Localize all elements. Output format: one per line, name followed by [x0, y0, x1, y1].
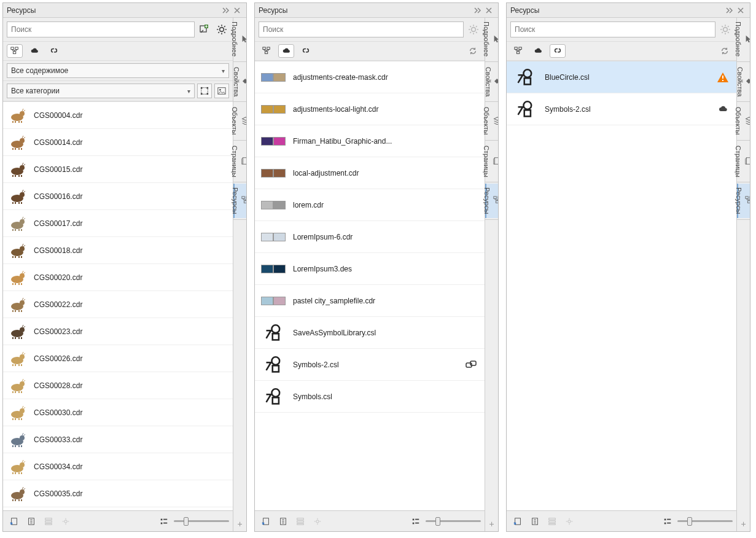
open-button[interactable] [528, 514, 542, 529]
resources-panel: Ресурсы B [506, 2, 750, 532]
asset-item[interactable]: adjustments-local-light.cdr [255, 93, 485, 125]
asset-item[interactable]: Symbols-2.csl [507, 93, 736, 125]
source-local-button[interactable] [510, 44, 526, 58]
refresh-button[interactable] [465, 44, 481, 58]
asset-thumbnail [8, 214, 28, 233]
bounding-box-toggle[interactable] [197, 84, 212, 98]
add-docker-button[interactable]: + [485, 517, 498, 531]
rail-tab-objects[interactable]: Объекты [737, 103, 750, 138]
rail-tab-assets[interactable]: Ресурсы [485, 184, 498, 217]
asset-item[interactable]: local-adjustment.cdr [255, 157, 485, 189]
import-button[interactable] [7, 514, 21, 529]
asset-item[interactable]: Symbols.csl [255, 381, 485, 413]
source-cloud-button[interactable] [26, 44, 42, 58]
asset-list[interactable]: adjustments-create-mask.cdr adjustments-… [255, 61, 485, 510]
asset-item[interactable]: LoremIpsum-6.cdr [255, 221, 485, 253]
add-docker-button[interactable]: + [233, 517, 246, 531]
category-filter-select[interactable]: Все категории [7, 84, 195, 98]
asset-list[interactable]: CGS00004.cdr CGS00014.cdr CGS00015.cdr [3, 101, 233, 510]
asset-item[interactable]: pastel city_samplefile.cdr [255, 285, 485, 317]
asset-item[interactable]: CGS00014.cdr [3, 129, 233, 156]
rail-tab-assets[interactable]: Ресурсы [737, 184, 750, 217]
asset-item[interactable]: CGS00015.cdr [3, 156, 233, 183]
list-view-toggle[interactable] [408, 514, 423, 529]
asset-item[interactable]: CGS00017.cdr [3, 210, 233, 237]
asset-item[interactable]: CGS00016.cdr [3, 183, 233, 210]
asset-item[interactable]: LoremIpsum3.des [255, 253, 485, 285]
close-icon[interactable] [735, 5, 746, 16]
asset-item[interactable]: CGS00023.cdr [3, 318, 233, 345]
rail-tab-pages[interactable]: Страницы [737, 142, 750, 181]
image-preview-toggle[interactable] [214, 84, 229, 98]
list-view-toggle[interactable] [157, 514, 171, 529]
import-button[interactable] [510, 514, 525, 529]
asset-item[interactable]: CGS00034.cdr [3, 453, 233, 480]
source-local-button[interactable] [7, 44, 23, 58]
thumbnail-zoom-slider[interactable] [677, 520, 733, 522]
properties-button[interactable] [293, 514, 308, 529]
asset-item[interactable]: CGS00026.cdr [3, 345, 233, 372]
asset-item[interactable]: CGS00033.cdr [3, 426, 233, 453]
asset-item[interactable]: CGS00004.cdr [3, 102, 233, 129]
source-linked-button[interactable] [298, 44, 314, 58]
asset-thumbnail [260, 289, 287, 313]
refresh-button[interactable] [717, 44, 733, 58]
source-linked-button[interactable] [46, 44, 62, 58]
search-input[interactable] [510, 21, 715, 37]
rail-tab-info[interactable]: Подробнее [737, 18, 750, 60]
asset-item[interactable]: CGS00022.cdr [3, 291, 233, 318]
rail-tab-pages[interactable]: Страницы [485, 142, 498, 181]
pages-icon [493, 157, 499, 166]
open-button[interactable] [24, 514, 39, 529]
settings-gear-icon[interactable] [466, 22, 481, 37]
source-cloud-button[interactable] [530, 44, 546, 58]
options-gear-icon[interactable] [562, 514, 577, 529]
open-button[interactable] [276, 514, 290, 529]
options-gear-icon[interactable] [58, 514, 73, 529]
collapse-icon[interactable] [472, 5, 483, 16]
search-input[interactable] [259, 21, 464, 37]
asset-item[interactable]: adjustments-create-mask.cdr [255, 61, 485, 93]
source-cloud-button[interactable] [278, 44, 294, 58]
settings-gear-icon[interactable] [718, 22, 733, 37]
asset-item[interactable]: CGS00020.cdr [3, 264, 233, 291]
settings-gear-icon[interactable] [214, 22, 229, 37]
list-view-toggle[interactable] [660, 514, 675, 529]
thumbnail-zoom-slider[interactable] [174, 520, 229, 522]
rail-tab-props[interactable]: ◆ Свойства [233, 63, 246, 100]
rail-tab-pages[interactable]: Страницы [233, 142, 246, 181]
content-filter-select[interactable]: Все содержимое [7, 63, 229, 78]
asset-item[interactable]: BlueCircle.csl [507, 61, 736, 93]
options-gear-icon[interactable] [310, 514, 325, 529]
rail-tab-assets[interactable]: Ресурсы [233, 184, 246, 217]
asset-item[interactable]: Firman_Hatibu_Graphic-and... [255, 125, 485, 157]
thumbnail-zoom-slider[interactable] [426, 520, 481, 522]
asset-item[interactable]: CGS00018.cdr [3, 237, 233, 264]
asset-item[interactable]: Symbols-2.csl [255, 349, 485, 381]
properties-button[interactable] [41, 514, 56, 529]
asset-item[interactable]: CGS00035.cdr [3, 480, 233, 507]
rail-tab-props[interactable]: ◆ Свойства [737, 63, 750, 100]
rail-tab-info[interactable]: Подробнее [233, 18, 246, 60]
add-asset-button[interactable] [197, 22, 212, 37]
properties-button[interactable] [545, 514, 559, 529]
close-icon[interactable] [232, 5, 243, 16]
import-button[interactable] [259, 514, 273, 529]
rail-tab-props[interactable]: ◆ Свойства [485, 63, 498, 100]
search-input[interactable] [7, 21, 195, 37]
asset-item[interactable]: CGS00028.cdr [3, 372, 233, 399]
rail-tab-info[interactable]: Подробнее [485, 18, 498, 60]
props-icon: ◆ [494, 77, 499, 87]
asset-item[interactable]: SaveAsSymbolLibrary.csl [255, 317, 485, 349]
asset-item[interactable]: CGS00030.cdr [3, 399, 233, 426]
add-docker-button[interactable]: + [737, 517, 750, 531]
collapse-icon[interactable] [220, 5, 232, 16]
source-linked-button[interactable] [550, 44, 566, 58]
asset-item[interactable]: lorem.cdr [255, 189, 485, 221]
rail-tab-objects[interactable]: Объекты [485, 103, 498, 138]
close-icon[interactable] [483, 5, 494, 16]
asset-list[interactable]: BlueCircle.csl Symbols-2.csl [507, 61, 736, 510]
rail-tab-objects[interactable]: Объекты [233, 103, 246, 138]
collapse-icon[interactable] [724, 5, 735, 16]
source-local-button[interactable] [259, 44, 275, 58]
